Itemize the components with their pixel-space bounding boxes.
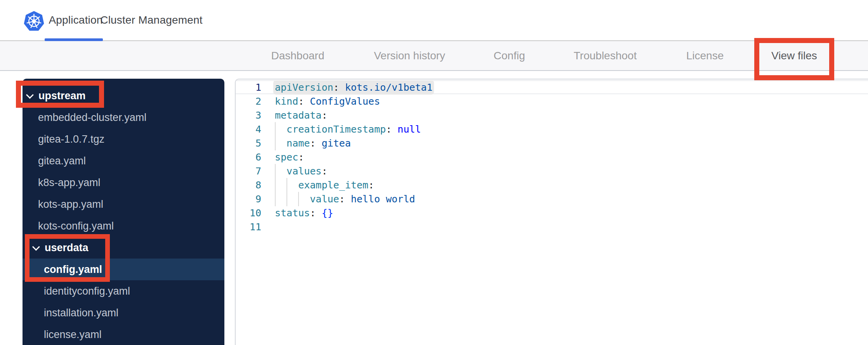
tree-file-identityconfig[interactable]: identityconfig.yaml [23,280,224,302]
code-line-text: name: gitea [275,138,351,149]
nav-item-version-history[interactable]: Version history [374,41,445,70]
code-line: 7 values: [236,164,868,178]
code-line-text: creationTimestamp: null [275,124,421,135]
indent-guide [275,136,276,150]
file-viewer-editor[interactable]: 1apiVersion: kots.io/v1beta12kind: Confi… [235,79,868,345]
code-line: 10status: {} [236,206,868,220]
tree-file-k8s-app[interactable]: k8s-app.yaml [23,172,224,193]
indent-guide [275,178,276,192]
line-number: 11 [236,221,261,233]
tree-file-kots-app[interactable]: kots-app.yaml [23,193,224,215]
tree-folder-label: userdata [45,242,89,254]
kots-admin-console: Application Cluster Management Dashboard… [0,0,868,345]
code-line-text: values: [275,166,327,177]
tree-folder-userdata[interactable]: userdata [23,237,224,259]
indent-guide [298,192,299,206]
indent-guide [275,192,276,206]
code-line-text: value: hello world [275,193,415,205]
line-number: 7 [236,166,261,177]
tree-file-label: installation.yaml [44,307,118,319]
code-line-text: kind: ConfigValues [275,96,380,107]
code-rows: 1apiVersion: kots.io/v1beta12kind: Confi… [236,79,868,234]
nav-item-view-files[interactable]: View files [771,41,817,70]
tree-file-label: config.yaml [44,264,102,276]
kubernetes-logo-icon [23,10,45,33]
indent-guide [286,192,287,206]
line-number: 8 [236,179,261,191]
tree-file-label: gitea-1.0.7.tgz [38,133,104,145]
tree-file-gitea-tgz[interactable]: gitea-1.0.7.tgz [23,128,224,150]
indent-guide [275,164,276,178]
active-tab-underline [45,38,103,41]
tree-folder-label: upstream [38,90,86,102]
line-number: 9 [236,193,261,205]
tree-file-label: k8s-app.yaml [38,177,101,189]
tree-file-label: kots-app.yaml [38,198,103,210]
line-number: 3 [236,110,261,121]
code-line: 4 creationTimestamp: null [236,122,868,136]
indent-guide [275,122,276,136]
line-number: 4 [236,124,261,135]
code-line-text: status: {} [275,207,333,219]
code-line-text: spec: [275,152,304,163]
tree-file-config-selected[interactable]: config.yaml [23,259,224,280]
chevron-down-icon [32,243,40,251]
tree-file-license[interactable]: license.yaml [23,324,224,345]
code-line-text: example_item: [275,179,374,191]
code-line: 1apiVersion: kots.io/v1beta1 [236,80,868,94]
tree-file-gitea-yaml[interactable]: gitea.yaml [23,150,224,172]
nav-item-troubleshoot[interactable]: Troubleshoot [574,41,637,70]
code-line: 6spec: [236,150,868,164]
nav-item-dashboard[interactable]: Dashboard [271,41,325,70]
tree-file-label: embedded-cluster.yaml [38,112,146,124]
code-line: 5 name: gitea [236,136,868,150]
nav-item-config[interactable]: Config [494,41,525,70]
line-number: 6 [236,152,261,163]
tree-folder-upstream[interactable]: upstream [23,85,224,107]
tab-cluster-management[interactable]: Cluster Management [100,0,203,40]
tree-file-installation[interactable]: installation.yaml [23,302,224,324]
top-bar: Application Cluster Management [0,0,868,41]
line-number: 10 [236,207,261,219]
code-line: 11 [236,220,868,234]
indent-guide [286,178,287,192]
code-line: 9 value: hello world [236,192,868,206]
code-line: 3metadata: [236,108,868,122]
code-line-text: metadata: [275,110,327,121]
line-number: 5 [236,138,261,149]
chevron-down-icon [26,91,34,99]
tab-application[interactable]: Application [49,0,102,40]
tree-file-label: kots-config.yaml [38,220,114,232]
code-line: 8 example_item: [236,178,868,192]
line-number: 1 [236,82,261,93]
tree-file-label: identityconfig.yaml [44,285,130,297]
line-number: 2 [236,96,261,107]
file-tree-sidebar: upstream embedded-cluster.yaml gitea-1.0… [23,79,224,345]
tree-file-embedded-cluster[interactable]: embedded-cluster.yaml [23,107,224,128]
code-line-text: apiVersion: kots.io/v1beta1 [275,82,432,93]
tree-file-label: gitea.yaml [38,155,86,167]
tree-file-kots-config[interactable]: kots-config.yaml [23,215,224,237]
app-nav-bar: Dashboard Version history Config Trouble… [0,41,868,71]
tree-file-label: license.yaml [44,329,102,341]
code-line: 2kind: ConfigValues [236,94,868,108]
nav-item-license[interactable]: License [686,41,724,70]
